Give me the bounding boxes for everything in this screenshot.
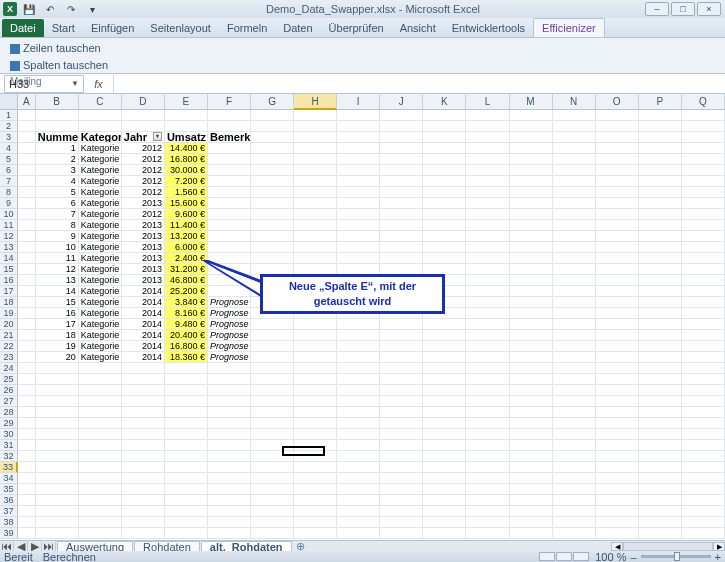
cell[interactable] [18, 352, 36, 363]
cell[interactable] [553, 385, 596, 396]
column-headers[interactable]: ABCDEFGHIJKLMNOPQ [18, 94, 725, 110]
cell[interactable] [510, 429, 553, 440]
cell[interactable]: 8.160 € [165, 308, 208, 319]
row-header[interactable]: 15 [0, 264, 18, 275]
cell[interactable] [596, 242, 639, 253]
maximize-button[interactable]: □ [671, 2, 695, 16]
cell[interactable] [79, 429, 122, 440]
cell[interactable] [380, 165, 423, 176]
cell[interactable] [251, 242, 294, 253]
cell[interactable]: 3.840 € [165, 297, 208, 308]
cell[interactable]: 2014 [122, 308, 165, 319]
view-pagebreak-button[interactable] [573, 552, 589, 561]
cell[interactable] [294, 451, 337, 462]
column-header-D[interactable]: D [122, 94, 165, 110]
cell[interactable] [682, 363, 725, 374]
cell[interactable] [337, 418, 380, 429]
cell[interactable]: 7 [36, 209, 79, 220]
cell[interactable] [466, 528, 509, 539]
cell[interactable] [251, 495, 294, 506]
cell[interactable] [18, 363, 36, 374]
cell[interactable] [510, 484, 553, 495]
cell[interactable] [553, 231, 596, 242]
cell[interactable] [596, 407, 639, 418]
cell[interactable] [466, 330, 509, 341]
cell[interactable] [596, 143, 639, 154]
cell[interactable] [337, 121, 380, 132]
cell[interactable] [294, 187, 337, 198]
cell[interactable]: Jahr▾ [122, 132, 165, 143]
cell[interactable] [36, 528, 79, 539]
cell[interactable] [251, 209, 294, 220]
cell[interactable] [380, 462, 423, 473]
cell[interactable] [423, 330, 466, 341]
cell[interactable] [466, 308, 509, 319]
cell[interactable] [380, 231, 423, 242]
cell[interactable] [682, 165, 725, 176]
cell[interactable] [682, 407, 725, 418]
zoom-slider[interactable] [641, 555, 711, 558]
cell[interactable] [639, 176, 682, 187]
cell[interactable] [18, 506, 36, 517]
cell[interactable] [122, 110, 165, 121]
cell[interactable] [165, 121, 208, 132]
cell[interactable] [596, 330, 639, 341]
cell[interactable]: 6 [36, 198, 79, 209]
cell[interactable] [639, 165, 682, 176]
cell[interactable] [682, 451, 725, 462]
cell[interactable] [294, 506, 337, 517]
cell[interactable] [380, 473, 423, 484]
cell[interactable] [423, 143, 466, 154]
view-normal-button[interactable] [539, 552, 555, 561]
cell[interactable] [423, 198, 466, 209]
cell[interactable] [423, 110, 466, 121]
cell[interactable] [208, 198, 251, 209]
cell[interactable] [510, 297, 553, 308]
cell[interactable] [337, 242, 380, 253]
cell[interactable] [251, 440, 294, 451]
cell[interactable] [208, 242, 251, 253]
cell[interactable] [380, 385, 423, 396]
cell[interactable] [294, 330, 337, 341]
cell[interactable] [294, 121, 337, 132]
cell[interactable] [423, 396, 466, 407]
cell[interactable] [122, 517, 165, 528]
cell[interactable] [380, 341, 423, 352]
ribbon-tab-ansicht[interactable]: Ansicht [392, 19, 444, 37]
cell[interactable]: 15.600 € [165, 198, 208, 209]
cell[interactable] [380, 407, 423, 418]
cell[interactable] [337, 451, 380, 462]
cell[interactable] [122, 385, 165, 396]
cell[interactable]: Kategorie 4 [79, 319, 122, 330]
cell[interactable]: Kategorie 2 [79, 154, 122, 165]
cell[interactable] [682, 473, 725, 484]
cell[interactable] [596, 319, 639, 330]
cell[interactable] [466, 286, 509, 297]
row-header[interactable]: 36 [0, 495, 18, 506]
cell[interactable] [466, 484, 509, 495]
cell[interactable] [510, 176, 553, 187]
cell[interactable] [294, 231, 337, 242]
cell[interactable]: Bemerkung▾ [208, 132, 251, 143]
zoom-level[interactable]: 100 % [595, 551, 626, 563]
cell[interactable] [18, 440, 36, 451]
cell[interactable]: Kategorie 4 [79, 165, 122, 176]
cell[interactable] [596, 418, 639, 429]
cell[interactable]: 13 [36, 275, 79, 286]
cell[interactable] [423, 495, 466, 506]
cell[interactable] [294, 462, 337, 473]
cell[interactable] [208, 143, 251, 154]
cell[interactable]: 15 [36, 297, 79, 308]
cell[interactable]: 4 [36, 176, 79, 187]
cell[interactable]: 2014 [122, 319, 165, 330]
cell[interactable] [553, 363, 596, 374]
cell[interactable] [596, 363, 639, 374]
cell[interactable] [553, 451, 596, 462]
cell[interactable] [251, 407, 294, 418]
row-header[interactable]: 2 [0, 121, 18, 132]
cell[interactable] [639, 484, 682, 495]
cell[interactable] [423, 165, 466, 176]
cell[interactable] [79, 473, 122, 484]
cell[interactable] [36, 517, 79, 528]
cell[interactable] [423, 528, 466, 539]
